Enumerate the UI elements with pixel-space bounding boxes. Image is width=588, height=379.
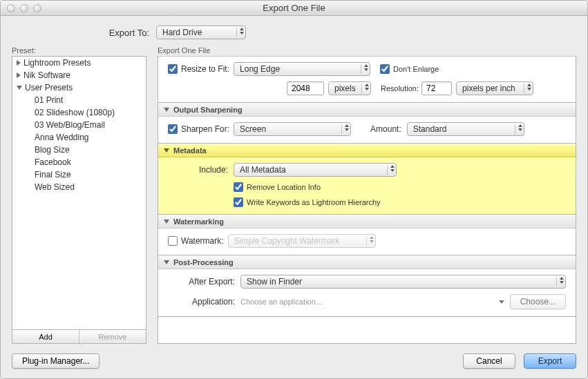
resize-mode-value: Long Edge (240, 64, 357, 74)
preset-item[interactable]: Web Sized (12, 181, 146, 193)
resize-unit-value: pixels (334, 84, 357, 93)
preset-item-label: 02 Slideshow (1080p) (35, 108, 115, 117)
dont-enlarge-checkbox[interactable] (380, 64, 390, 74)
sharpening-header[interactable]: Output Sharpening (158, 103, 576, 117)
post-processing-header[interactable]: Post-Processing (158, 255, 576, 269)
stepper-icon (524, 84, 530, 93)
resize-unit-select[interactable]: pixels (328, 81, 371, 95)
preset-item[interactable]: 03 Web/Blog/Email (12, 119, 146, 131)
export-to-value: Hard Drive (162, 28, 232, 37)
export-to-select[interactable]: Hard Drive (156, 26, 246, 39)
watermarking-header[interactable]: Watermarking (158, 215, 576, 229)
post-processing-section: Post-Processing After Export: Show in Fi… (158, 255, 576, 317)
sharpening-header-label: Output Sharpening (173, 106, 243, 114)
chevron-down-icon[interactable] (499, 300, 504, 304)
metadata-header[interactable]: Metadata (158, 144, 576, 157)
resolution-field[interactable] (421, 81, 452, 95)
preset-item[interactable]: 01 Print (12, 94, 146, 106)
preset-button-bar: Add Remove (12, 330, 146, 344)
add-preset-button[interactable]: Add (12, 330, 79, 343)
metadata-include-label: Include: (168, 165, 234, 175)
choose-application-button[interactable]: Choose... (510, 294, 566, 309)
resize-mode-select[interactable]: Long Edge (234, 62, 370, 76)
triangle-right-icon (17, 60, 21, 66)
metadata-include-select[interactable]: All Metadata (234, 163, 397, 177)
cancel-button[interactable]: Cancel (463, 353, 515, 369)
remove-location-checkbox[interactable] (234, 182, 243, 192)
stepper-icon (366, 236, 372, 246)
preset-item[interactable]: Anna Wedding (12, 131, 146, 144)
post-processing-header-label: Post-Processing (173, 258, 234, 266)
preset-label: Preset: (12, 46, 146, 55)
sharpen-amount-select[interactable]: Standard (407, 122, 524, 136)
triangle-down-icon (164, 220, 169, 224)
dialog-footer: Plug-in Manager... Cancel Export (1, 348, 587, 378)
metadata-section: Metadata Include: All Metadata (158, 143, 576, 214)
triangle-down-icon (164, 108, 169, 112)
resolution-unit-value: pixels per inch (462, 84, 520, 93)
watermark-value: Simple Copyright Watermark (234, 236, 362, 246)
write-keywords-label: Write Keywords as Lightroom Hierarchy (247, 198, 381, 206)
preset-group[interactable]: User Presets (12, 81, 146, 94)
zoom-icon[interactable] (33, 4, 41, 12)
after-export-label: After Export: (168, 277, 240, 286)
preset-item-label: 01 Print (35, 95, 63, 105)
after-export-value: Show in Finder (247, 277, 552, 286)
triangle-down-icon (164, 148, 169, 153)
sharpen-for-checkbox[interactable] (168, 124, 178, 134)
stepper-icon (361, 64, 367, 74)
preset-item[interactable]: Final Size (12, 168, 146, 181)
application-label: Application: (168, 297, 240, 307)
preset-group-label: User Presets (25, 83, 73, 93)
export-to-row: Export To: Hard Drive (1, 16, 587, 46)
preset-column: Preset: Lightroom Presets Nik Software U… (12, 46, 146, 344)
watermarking-header-label: Watermarking (173, 217, 224, 226)
metadata-header-label: Metadata (173, 146, 207, 155)
watermark-select[interactable]: Simple Copyright Watermark (228, 234, 376, 248)
preset-item[interactable]: Blog Size (12, 144, 146, 156)
triangle-right-icon (17, 72, 21, 78)
preset-item[interactable]: 02 Slideshow (1080p) (12, 106, 146, 119)
write-keywords-checkbox[interactable] (234, 197, 243, 207)
preset-group[interactable]: Lightroom Presets (12, 57, 146, 69)
resolution-unit-select[interactable]: pixels per inch (456, 81, 533, 95)
preset-group-label: Lightroom Presets (23, 58, 91, 68)
export-to-label: Export To: (1, 28, 156, 38)
preset-group-label: Nik Software (23, 70, 70, 80)
stepper-icon (361, 84, 368, 93)
resize-value-field[interactable] (287, 81, 324, 95)
sharpen-amount-value: Standard (413, 124, 511, 134)
stepper-icon (556, 277, 562, 286)
triangle-down-icon (17, 86, 22, 90)
application-placeholder: Choose an application... (240, 298, 497, 306)
remove-location-label: Remove Location Info (247, 183, 321, 191)
metadata-include-value: All Metadata (240, 165, 383, 175)
preset-item-label: Blog Size (35, 145, 70, 155)
close-icon[interactable] (7, 4, 15, 12)
after-export-select[interactable]: Show in Finder (240, 275, 566, 289)
preset-item-label: Facebook (35, 157, 71, 167)
preset-item-label: Web Sized (35, 182, 75, 192)
export-button[interactable]: Export (524, 353, 576, 369)
resolution-label: Resolution: (381, 84, 419, 93)
preset-group[interactable]: Nik Software (12, 69, 146, 81)
window-controls (1, 4, 41, 12)
resize-to-fit-label: Resize to Fit: (181, 64, 234, 74)
stepper-icon (515, 124, 521, 134)
minimize-icon[interactable] (20, 4, 28, 12)
settings-column: Export One File Resize to Fit: Long Edge… (158, 46, 576, 344)
resize-panel: Resize to Fit: Long Edge Don't Enlarge (158, 56, 576, 102)
remove-preset-button[interactable]: Remove (79, 330, 146, 343)
resize-to-fit-checkbox[interactable] (168, 64, 178, 74)
settings-label: Export One File (158, 46, 576, 55)
watermarking-section: Watermarking Watermark: Simple Copyright… (158, 214, 576, 255)
dont-enlarge-label: Don't Enlarge (393, 65, 439, 73)
settings-panels[interactable]: Resize to Fit: Long Edge Don't Enlarge (158, 56, 576, 344)
stepper-icon (387, 165, 393, 175)
plugin-manager-button[interactable]: Plug-in Manager... (12, 353, 99, 369)
preset-item[interactable]: Facebook (12, 156, 146, 168)
sharpen-target-select[interactable]: Screen (234, 122, 351, 136)
watermark-checkbox[interactable] (168, 236, 178, 246)
export-dialog: Export One File Export To: Hard Drive Pr… (0, 0, 588, 379)
preset-list[interactable]: Lightroom Presets Nik Software User Pres… (12, 56, 146, 330)
